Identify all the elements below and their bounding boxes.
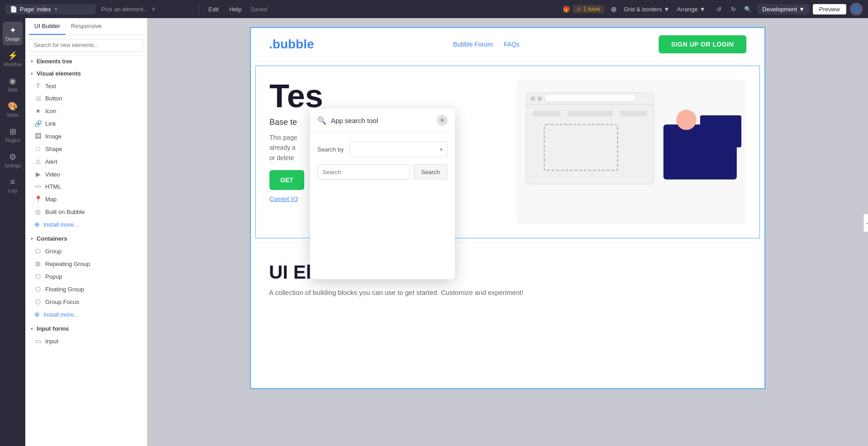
settings-icon: ⚙ — [9, 152, 16, 162]
redo-btn[interactable]: ↻ — [727, 3, 740, 15]
pick-chevron: ▼ — [151, 6, 156, 13]
element-input-label: Input — [45, 338, 58, 345]
user-avatar[interactable]: 👤 — [850, 3, 863, 15]
inspect-icon: ⊕ — [611, 5, 617, 14]
popup-icon: ⬡ — [34, 273, 42, 280]
element-link-label: Link — [45, 120, 56, 127]
main-layout: ✦ Design ⚡ Workflow ◉ Data 🎨 Styles ⊞ Pl… — [0, 18, 868, 446]
sidebar-item-plugins[interactable]: ⊞ Plugins — [3, 123, 23, 147]
gift-icon-btn[interactable]: 🎁 — [560, 3, 573, 15]
dev-chevron: ▼ — [799, 6, 805, 13]
signup-btn[interactable]: SIGN UP OR LOGIN — [659, 35, 746, 53]
element-icon[interactable]: ★ Icon — [25, 104, 147, 117]
search-text-input[interactable] — [317, 164, 410, 180]
element-image[interactable]: 🖼 Image — [25, 130, 147, 142]
edit-action[interactable]: Edit — [203, 4, 224, 14]
issue-count: 1 issue — [583, 6, 600, 12]
sidebar-item-settings[interactable]: ⚙ Settings — [3, 148, 23, 172]
install-more-2-btn[interactable]: ⊕ Install more... — [25, 308, 147, 321]
search-icon-btn[interactable]: 🔍 — [741, 3, 754, 15]
search-by-dropdown[interactable]: ▼ — [349, 142, 448, 157]
search-modal: 🔍 App search tool ✕ Search by ▼ — [310, 109, 455, 279]
page-icon: 📄 — [10, 6, 17, 13]
arrange-label: Arrange — [677, 6, 698, 13]
workflow-icon: ⚡ — [8, 51, 18, 61]
preview-btn[interactable]: Preview — [813, 4, 846, 14]
sidebar-item-workflow[interactable]: ⚡ Workflow — [3, 47, 23, 71]
element-text[interactable]: T Text — [25, 80, 147, 92]
element-group[interactable]: ⬡ Group — [25, 245, 147, 257]
element-group-focus[interactable]: ⬡ Group Focus — [25, 295, 147, 308]
dev-mode-btn[interactable]: Development ▼ — [758, 4, 809, 14]
undo-redo-group: ↺ ↻ 🔍 — [712, 3, 754, 15]
containers-header[interactable]: ▼ Containers — [25, 232, 147, 245]
element-picker[interactable]: Pick an element... ▼ — [96, 4, 195, 14]
issue-badge[interactable]: ⚠ 1 issue — [573, 5, 604, 13]
sidebar-content: UI Builder Responsive ▼ Elements tree — [25, 18, 147, 446]
tab-ui-builder[interactable]: UI Builder — [29, 18, 66, 35]
bubble-forum-link[interactable]: Bubble Forum — [453, 41, 493, 48]
element-html-label: HTML — [45, 183, 61, 190]
svg-rect-7 — [567, 111, 613, 116]
design-label: Design — [5, 37, 19, 42]
containers-group: ▼ Containers ⬡ Group ⊞ Repeating Group ⬡… — [25, 232, 147, 321]
element-input[interactable]: ▭ Input — [25, 335, 147, 347]
element-floating-group[interactable]: ⬡ Floating Group — [25, 283, 147, 295]
sidebar-item-design[interactable]: ✦ Design — [3, 22, 23, 45]
element-repeating-group[interactable]: ⊞ Repeating Group — [25, 257, 147, 270]
element-html[interactable]: </> HTML — [25, 180, 147, 193]
element-link[interactable]: 🔗 Link — [25, 117, 147, 130]
grid-borders-btn[interactable]: Grid & borders ▼ — [620, 6, 673, 13]
sidebar-item-data[interactable]: ◉ Data — [3, 72, 23, 96]
search-modal-close-btn[interactable]: ✕ — [437, 115, 448, 126]
link-icon: 🔗 — [34, 120, 42, 127]
element-shape[interactable]: □ Shape — [25, 142, 147, 155]
image-icon: 🖼 — [34, 133, 42, 140]
install-more-1-btn[interactable]: ⊕ Install more... — [25, 218, 147, 231]
help-action[interactable]: Help — [224, 4, 247, 14]
sidebar-item-styles[interactable]: 🎨 Styles — [3, 98, 23, 121]
arrange-btn[interactable]: Arrange ▼ — [673, 6, 709, 13]
element-button[interactable]: ⬜ Button — [25, 92, 147, 104]
data-icon: ◉ — [9, 76, 16, 86]
map-icon: 📍 — [34, 195, 42, 203]
signup-btn-label: SIGN UP OR LOGIN — [671, 41, 734, 48]
element-map[interactable]: 📍 Map — [25, 193, 147, 205]
svg-rect-5 — [544, 94, 636, 101]
ui-elements-desc: A collection of building blocks you can … — [269, 289, 746, 296]
hero-cta-btn[interactable]: GET — [269, 170, 304, 190]
page-selector[interactable]: 📄 Page: index ▼ — [5, 4, 96, 14]
pick-placeholder: Pick an element... — [101, 6, 148, 13]
search-icon: 🔍 — [744, 6, 751, 13]
group-icon: ⬡ — [34, 247, 42, 255]
visual-elements-header[interactable]: ▼ Visual elements — [25, 67, 147, 80]
canvas-area[interactable]: .bubble Bubble Forum FAQs SIGN UP OR LOG… — [147, 18, 868, 446]
element-video[interactable]: ▶ Video — [25, 168, 147, 180]
visual-elements-group: ▼ Visual elements T Text ⬜ Button ★ Icon — [25, 67, 147, 231]
faqs-link[interactable]: FAQs — [504, 41, 519, 48]
input-forms-header[interactable]: ▼ Input forms — [25, 323, 147, 335]
tab-responsive[interactable]: Responsive — [66, 18, 107, 35]
search-submit-btn[interactable]: Search — [414, 164, 448, 180]
inspect-icon-btn[interactable]: ⊕ — [608, 3, 620, 15]
collapse-icon: ◀ — [866, 220, 868, 226]
collapse-handle[interactable]: ◀ — [863, 214, 868, 232]
element-alert[interactable]: ⚠ Alert — [25, 155, 147, 168]
undo-btn[interactable]: ↺ — [712, 3, 725, 15]
element-image-label: Image — [45, 133, 61, 140]
forum-label: Bubble Forum — [453, 41, 493, 48]
elements-tree-header[interactable]: ▼ Elements tree — [25, 56, 147, 67]
element-search-input[interactable] — [29, 39, 143, 52]
page-chevron: ▼ — [54, 7, 58, 12]
svg-rect-16 — [700, 115, 741, 147]
avatar-icon: 👤 — [853, 6, 860, 12]
sidebar-item-logs[interactable]: ≡ Logs — [3, 174, 23, 197]
arrange-chevron: ▼ — [699, 6, 705, 13]
plugins-label: Plugins — [5, 138, 20, 143]
element-built-on-bubble[interactable]: ◎ Built on Bubble — [25, 205, 147, 218]
grid-label: Grid & borders — [624, 6, 662, 13]
element-repeating-group-label: Repeating Group — [45, 261, 90, 267]
input-forms-label: Input forms — [37, 325, 69, 332]
element-popup[interactable]: ⬡ Popup — [25, 270, 147, 283]
element-map-label: Map — [45, 196, 57, 203]
